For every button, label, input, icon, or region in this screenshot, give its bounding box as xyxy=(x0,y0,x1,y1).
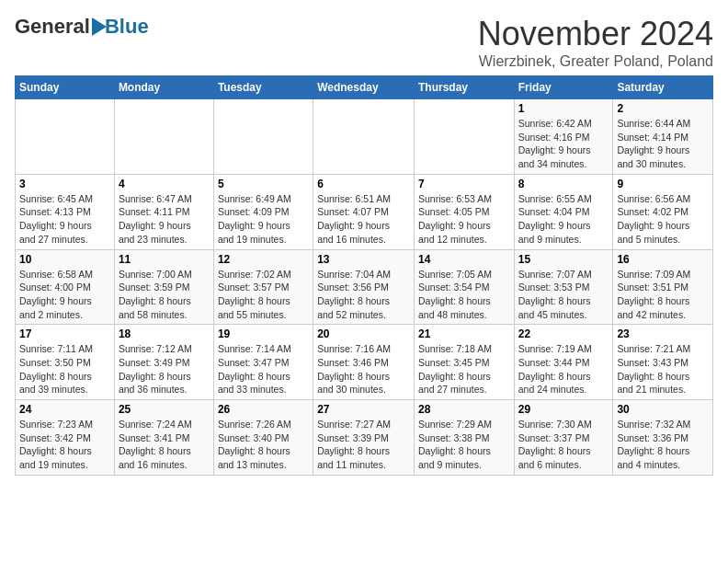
calendar-cell: 8Sunrise: 6:55 AM Sunset: 4:04 PM Daylig… xyxy=(514,174,613,249)
day-number: 24 xyxy=(19,403,110,416)
day-info: Sunrise: 7:04 AM Sunset: 3:56 PM Dayligh… xyxy=(317,268,410,322)
calendar-cell: 7Sunrise: 6:53 AM Sunset: 4:05 PM Daylig… xyxy=(414,174,514,249)
day-info: Sunrise: 7:09 AM Sunset: 3:51 PM Dayligh… xyxy=(617,268,709,322)
logo: General Blue xyxy=(15,15,149,39)
weekday-header-saturday: Saturday xyxy=(613,76,713,99)
day-info: Sunrise: 7:14 AM Sunset: 3:47 PM Dayligh… xyxy=(218,342,309,396)
calendar-cell: 19Sunrise: 7:14 AM Sunset: 3:47 PM Dayli… xyxy=(213,325,313,400)
title-block: November 2024 Wierzbinek, Greater Poland… xyxy=(478,15,713,70)
calendar-cell: 26Sunrise: 7:26 AM Sunset: 3:40 PM Dayli… xyxy=(213,400,313,476)
calendar-cell: 25Sunrise: 7:24 AM Sunset: 3:41 PM Dayli… xyxy=(114,400,213,476)
day-info: Sunrise: 7:02 AM Sunset: 3:57 PM Dayligh… xyxy=(218,268,309,322)
page-header: General Blue November 2024 Wierzbinek, G… xyxy=(15,15,713,70)
day-info: Sunrise: 6:51 AM Sunset: 4:07 PM Dayligh… xyxy=(317,192,410,247)
calendar-cell: 28Sunrise: 7:29 AM Sunset: 3:38 PM Dayli… xyxy=(414,400,514,476)
day-number: 11 xyxy=(119,253,210,266)
calendar-cell xyxy=(213,99,313,175)
day-info: Sunrise: 6:47 AM Sunset: 4:11 PM Dayligh… xyxy=(119,192,210,247)
weekday-header-sunday: Sunday xyxy=(16,76,115,99)
day-info: Sunrise: 6:55 AM Sunset: 4:04 PM Dayligh… xyxy=(518,192,609,247)
calendar-cell: 12Sunrise: 7:02 AM Sunset: 3:57 PM Dayli… xyxy=(213,249,313,325)
day-info: Sunrise: 7:11 AM Sunset: 3:50 PM Dayligh… xyxy=(19,342,110,396)
day-number: 30 xyxy=(617,403,709,416)
calendar-week-row: 3Sunrise: 6:45 AM Sunset: 4:13 PM Daylig… xyxy=(16,174,713,249)
day-number: 9 xyxy=(617,178,709,190)
calendar-cell xyxy=(414,99,514,175)
day-info: Sunrise: 6:53 AM Sunset: 4:05 PM Dayligh… xyxy=(418,192,510,247)
weekday-header-tuesday: Tuesday xyxy=(213,76,313,99)
calendar-cell: 24Sunrise: 7:23 AM Sunset: 3:42 PM Dayli… xyxy=(16,400,115,476)
day-number: 5 xyxy=(218,178,309,190)
day-info: Sunrise: 7:26 AM Sunset: 3:40 PM Dayligh… xyxy=(218,418,309,472)
day-info: Sunrise: 7:30 AM Sunset: 3:37 PM Dayligh… xyxy=(518,418,609,472)
calendar-cell: 14Sunrise: 7:05 AM Sunset: 3:54 PM Dayli… xyxy=(414,249,514,325)
calendar-cell: 27Sunrise: 7:27 AM Sunset: 3:39 PM Dayli… xyxy=(313,400,415,476)
calendar-cell: 18Sunrise: 7:12 AM Sunset: 3:49 PM Dayli… xyxy=(114,325,213,400)
day-number: 17 xyxy=(19,327,110,340)
calendar-cell: 4Sunrise: 6:47 AM Sunset: 4:11 PM Daylig… xyxy=(114,174,213,249)
day-info: Sunrise: 7:05 AM Sunset: 3:54 PM Dayligh… xyxy=(418,268,510,322)
day-info: Sunrise: 7:21 AM Sunset: 3:43 PM Dayligh… xyxy=(617,342,709,396)
calendar-table: SundayMondayTuesdayWednesdayThursdayFrid… xyxy=(15,75,713,476)
day-number: 8 xyxy=(518,178,609,190)
weekday-header-friday: Friday xyxy=(514,76,613,99)
day-number: 12 xyxy=(218,253,309,266)
calendar-cell: 11Sunrise: 7:00 AM Sunset: 3:59 PM Dayli… xyxy=(114,249,213,325)
day-number: 13 xyxy=(317,253,410,266)
calendar-cell: 15Sunrise: 7:07 AM Sunset: 3:53 PM Dayli… xyxy=(514,249,613,325)
calendar-cell: 13Sunrise: 7:04 AM Sunset: 3:56 PM Dayli… xyxy=(313,249,415,325)
day-info: Sunrise: 6:56 AM Sunset: 4:02 PM Dayligh… xyxy=(617,192,709,247)
day-number: 16 xyxy=(617,253,709,266)
day-info: Sunrise: 6:42 AM Sunset: 4:16 PM Dayligh… xyxy=(518,117,609,171)
calendar-cell: 6Sunrise: 6:51 AM Sunset: 4:07 PM Daylig… xyxy=(313,174,415,249)
day-number: 27 xyxy=(317,403,410,416)
day-info: Sunrise: 7:12 AM Sunset: 3:49 PM Dayligh… xyxy=(119,342,210,396)
day-number: 15 xyxy=(518,253,609,266)
day-info: Sunrise: 7:29 AM Sunset: 3:38 PM Dayligh… xyxy=(418,418,510,472)
weekday-header-thursday: Thursday xyxy=(414,76,514,99)
calendar-week-row: 24Sunrise: 7:23 AM Sunset: 3:42 PM Dayli… xyxy=(16,400,713,476)
weekday-header-monday: Monday xyxy=(114,76,213,99)
calendar-cell: 3Sunrise: 6:45 AM Sunset: 4:13 PM Daylig… xyxy=(16,174,115,249)
day-number: 1 xyxy=(518,102,609,115)
logo-general-text: General xyxy=(15,15,90,39)
calendar-header-row: SundayMondayTuesdayWednesdayThursdayFrid… xyxy=(16,76,713,99)
day-info: Sunrise: 7:07 AM Sunset: 3:53 PM Dayligh… xyxy=(518,268,609,322)
calendar-title: November 2024 xyxy=(478,15,713,53)
logo-blue-text: Blue xyxy=(105,15,149,39)
calendar-cell xyxy=(313,99,415,175)
day-number: 28 xyxy=(418,403,510,416)
day-number: 6 xyxy=(317,178,410,190)
day-number: 3 xyxy=(19,178,110,190)
calendar-location: Wierzbinek, Greater Poland, Poland xyxy=(478,53,713,70)
day-info: Sunrise: 6:49 AM Sunset: 4:09 PM Dayligh… xyxy=(218,192,309,247)
day-number: 25 xyxy=(119,403,210,416)
day-number: 7 xyxy=(418,178,510,190)
day-number: 4 xyxy=(119,178,210,190)
day-info: Sunrise: 7:32 AM Sunset: 3:36 PM Dayligh… xyxy=(617,418,709,472)
calendar-week-row: 10Sunrise: 6:58 AM Sunset: 4:00 PM Dayli… xyxy=(16,249,713,325)
day-number: 19 xyxy=(218,327,309,340)
day-info: Sunrise: 7:23 AM Sunset: 3:42 PM Dayligh… xyxy=(19,418,110,472)
calendar-cell: 29Sunrise: 7:30 AM Sunset: 3:37 PM Dayli… xyxy=(514,400,613,476)
day-info: Sunrise: 7:24 AM Sunset: 3:41 PM Dayligh… xyxy=(119,418,210,472)
day-info: Sunrise: 6:44 AM Sunset: 4:14 PM Dayligh… xyxy=(617,117,709,171)
day-number: 18 xyxy=(119,327,210,340)
calendar-week-row: 1Sunrise: 6:42 AM Sunset: 4:16 PM Daylig… xyxy=(16,99,713,175)
calendar-cell: 16Sunrise: 7:09 AM Sunset: 3:51 PM Dayli… xyxy=(613,249,713,325)
day-number: 10 xyxy=(19,253,110,266)
calendar-cell: 9Sunrise: 6:56 AM Sunset: 4:02 PM Daylig… xyxy=(613,174,713,249)
day-info: Sunrise: 6:58 AM Sunset: 4:00 PM Dayligh… xyxy=(19,268,110,322)
calendar-cell: 5Sunrise: 6:49 AM Sunset: 4:09 PM Daylig… xyxy=(213,174,313,249)
calendar-cell: 20Sunrise: 7:16 AM Sunset: 3:46 PM Dayli… xyxy=(313,325,415,400)
day-info: Sunrise: 7:18 AM Sunset: 3:45 PM Dayligh… xyxy=(418,342,510,396)
day-number: 2 xyxy=(617,102,709,115)
calendar-cell: 2Sunrise: 6:44 AM Sunset: 4:14 PM Daylig… xyxy=(613,99,713,175)
day-info: Sunrise: 7:19 AM Sunset: 3:44 PM Dayligh… xyxy=(518,342,609,396)
weekday-header-wednesday: Wednesday xyxy=(313,76,415,99)
day-number: 20 xyxy=(317,327,410,340)
calendar-cell: 22Sunrise: 7:19 AM Sunset: 3:44 PM Dayli… xyxy=(514,325,613,400)
day-number: 22 xyxy=(518,327,609,340)
calendar-cell: 21Sunrise: 7:18 AM Sunset: 3:45 PM Dayli… xyxy=(414,325,514,400)
day-number: 23 xyxy=(617,327,709,340)
